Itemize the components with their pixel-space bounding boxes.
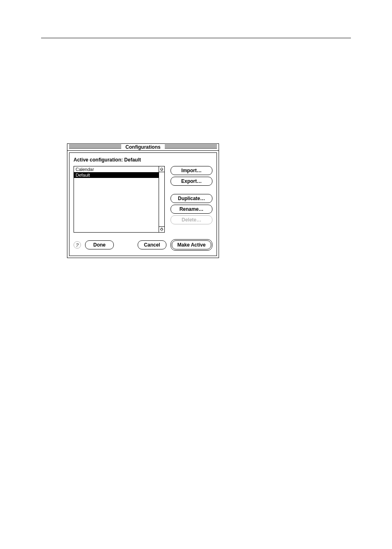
list-item[interactable]: Default — [74, 172, 159, 178]
make-active-button[interactable]: Make Active — [172, 240, 211, 249]
done-button[interactable]: Done — [85, 240, 114, 249]
dialog-bottom-row: ? Done Cancel Make Active — [74, 239, 212, 251]
rename-button[interactable]: Rename… — [171, 205, 212, 214]
titlebar-stripes-right — [165, 145, 217, 150]
titlebar-stripes-left — [69, 145, 121, 150]
cancel-button[interactable]: Cancel — [138, 240, 166, 249]
dialog-inner: Active configuration: Default Calendar D… — [69, 152, 217, 256]
scroll-track[interactable] — [159, 172, 164, 220]
scroll-up-arrow-icon[interactable] — [159, 166, 164, 172]
dialog-titlebar: Configurations — [67, 143, 219, 151]
configurations-dialog: Configurations Active configuration: Def… — [67, 143, 219, 258]
active-configuration-label: Active configuration: Default — [74, 157, 212, 163]
make-active-default-ring: Make Active — [171, 239, 212, 251]
list-vertical-scrollbar[interactable] — [159, 166, 164, 232]
configurations-list[interactable]: Calendar Default — [74, 166, 159, 232]
right-button-column: Import… Export… Duplicate… Rename… Delet… — [171, 166, 212, 224]
configurations-listbox[interactable]: Calendar Default — [74, 166, 165, 233]
list-item[interactable]: Calendar — [74, 166, 159, 172]
duplicate-button[interactable]: Duplicate… — [171, 194, 212, 203]
import-button[interactable]: Import… — [171, 166, 212, 175]
dialog-middle: Calendar Default — [74, 166, 212, 233]
help-icon[interactable]: ? — [74, 241, 81, 249]
dialog-title: Configurations — [123, 144, 163, 150]
configurations-list-column: Calendar Default — [74, 166, 165, 233]
button-group-gap — [171, 187, 212, 192]
dialog-outer-border: Active configuration: Default Calendar D… — [67, 151, 219, 258]
scroll-down-arrow-icon[interactable] — [159, 226, 164, 232]
page-header-rule — [41, 38, 351, 38]
delete-button: Delete… — [171, 215, 212, 224]
export-button[interactable]: Export… — [171, 177, 212, 186]
